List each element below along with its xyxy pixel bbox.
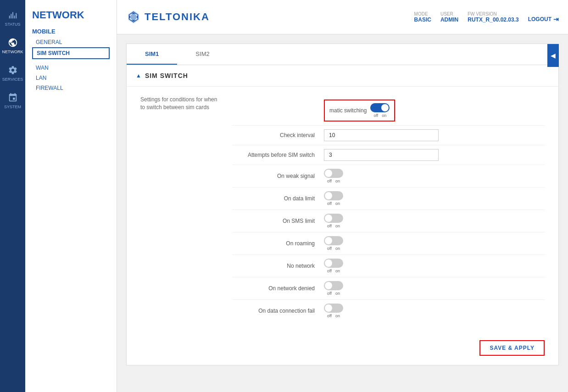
check-interval-label: Check interval — [232, 132, 324, 138]
auto-switching-text: matic switching — [329, 107, 367, 114]
data-conn-fail-row: On data connection fail off on — [232, 300, 545, 322]
weak-signal-knob — [325, 170, 332, 177]
check-interval-control — [324, 129, 545, 141]
left-panel: NETWORK MOBILE GENERAL SIM SWITCH WAN LA… — [25, 0, 117, 392]
sidebar-item-wan[interactable]: WAN — [32, 63, 110, 73]
main-area: TELTONIKA MODE BASIC USER ADMIN FW VERSI… — [117, 0, 568, 392]
roaming-row: On roaming off on — [232, 232, 545, 255]
left-panel-title: NETWORK — [32, 9, 110, 21]
section-header: ▲ SIM SWITCH — [127, 65, 558, 87]
roaming-toggle-wrapper: off on — [324, 236, 343, 251]
auto-switching-toggle-labels: off on — [373, 113, 386, 118]
attempts-row: Attempts before SIM switch — [232, 145, 545, 165]
sidebar-item-firewall[interactable]: FIREWALL — [32, 83, 110, 93]
sidebar-item-status[interactable]: STATUS — [0, 5, 25, 32]
sms-limit-label: On SMS limit — [232, 218, 324, 224]
auto-switching-knob — [381, 104, 389, 111]
section-collapse-icon[interactable]: ▲ — [136, 72, 141, 79]
form-description: Settings for conditions for when to swit… — [140, 96, 223, 111]
check-interval-input[interactable] — [324, 129, 439, 141]
data-limit-toggle-wrapper: off on — [324, 191, 343, 206]
data-conn-fail-control: off on — [324, 304, 545, 318]
data-conn-fail-toggle-labels: off on — [327, 314, 340, 318]
content-card: SIM1 SIM2 ◀ ▲ SIM SWITCH Settings for co… — [126, 44, 559, 365]
auto-switching-highlight: matic switching off on — [324, 99, 395, 121]
sms-limit-row: On SMS limit off on — [232, 210, 545, 232]
data-limit-toggle[interactable] — [324, 191, 343, 200]
network-denied-toggle[interactable] — [324, 281, 343, 290]
weak-signal-control: off on — [324, 169, 545, 183]
sidebar-item-general[interactable]: GENERAL — [32, 37, 110, 47]
topbar-fw: FW VERSION RUTX_R_00.02.03.3 — [468, 11, 518, 23]
attempts-input[interactable] — [324, 149, 439, 161]
network-denied-control: off on — [324, 281, 545, 296]
roaming-toggle[interactable] — [324, 236, 343, 245]
weak-signal-toggle-labels: off on — [327, 179, 340, 183]
data-conn-fail-label: On data connection fail — [232, 308, 324, 314]
data-limit-knob — [325, 192, 332, 199]
save-area: SAVE & APPLY — [127, 331, 558, 365]
roaming-label: On roaming — [232, 240, 324, 247]
data-conn-fail-knob — [325, 304, 332, 312]
sidebar-item-network[interactable]: NETWORK — [0, 32, 25, 60]
tab-collapse-button[interactable]: ◀ — [547, 44, 559, 67]
data-limit-toggle-labels: off on — [327, 201, 340, 206]
tab-sim2[interactable]: SIM2 — [177, 44, 228, 65]
sms-limit-toggle[interactable] — [324, 214, 343, 223]
tab-sim1[interactable]: SIM1 — [127, 44, 177, 65]
auto-switching-row: matic switching off on — [232, 96, 545, 126]
sms-limit-control: off on — [324, 214, 545, 228]
logout-icon: ⇥ — [553, 16, 559, 23]
sidebar-item-system[interactable]: SYSTEM — [0, 87, 25, 115]
sidebar-item-services[interactable]: SERVICES — [0, 60, 25, 87]
topbar-mode: MODE BASIC — [414, 11, 431, 23]
sidebar-item-sim-switch[interactable]: SIM SWITCH — [32, 47, 110, 59]
no-network-row: No network off on — [232, 255, 545, 277]
data-conn-fail-toggle[interactable] — [324, 304, 343, 313]
roaming-control: off on — [324, 236, 545, 251]
form-fields: matic switching off on — [232, 96, 545, 322]
save-apply-button[interactable]: SAVE & APPLY — [479, 340, 545, 356]
topbar: TELTONIKA MODE BASIC USER ADMIN FW VERSI… — [117, 0, 568, 34]
no-network-toggle[interactable] — [324, 259, 343, 268]
topbar-right: MODE BASIC USER ADMIN FW VERSION RUTX_R_… — [414, 11, 559, 23]
no-network-label: No network — [232, 263, 324, 269]
attempts-label: Attempts before SIM switch — [232, 152, 324, 158]
data-limit-control: off on — [324, 191, 545, 206]
form-content: Settings for conditions for when to swit… — [127, 87, 558, 331]
network-denied-row: On network denied off on — [232, 277, 545, 300]
auto-switching-toggle-wrapper: off on — [370, 103, 390, 118]
sms-limit-toggle-labels: off on — [327, 224, 340, 228]
weak-signal-toggle[interactable] — [324, 169, 343, 178]
weak-signal-toggle-wrapper: off on — [324, 169, 343, 183]
data-limit-label: On data limit — [232, 195, 324, 202]
network-denied-knob — [325, 282, 332, 289]
no-network-toggle-labels: off on — [327, 269, 340, 273]
no-network-knob — [325, 259, 332, 267]
topbar-user: USER ADMIN — [440, 11, 458, 23]
roaming-knob — [325, 237, 332, 244]
logo: TELTONIKA — [126, 10, 210, 24]
section-title: SIM SWITCH — [145, 72, 188, 79]
network-denied-toggle-labels: off on — [327, 291, 340, 296]
auto-switching-control: matic switching off on — [324, 99, 545, 121]
no-network-toggle-wrapper: off on — [324, 259, 343, 273]
attempts-control — [324, 149, 545, 161]
sms-limit-knob — [325, 215, 332, 222]
roaming-toggle-labels: off on — [327, 246, 340, 251]
data-limit-row: On data limit off on — [232, 188, 545, 210]
sms-limit-toggle-wrapper: off on — [324, 214, 343, 228]
auto-switching-toggle[interactable] — [370, 103, 390, 112]
sidebar: STATUS NETWORK SERVICES SYSTEM — [0, 0, 25, 392]
sidebar-item-lan[interactable]: LAN — [32, 73, 110, 83]
logout-button[interactable]: LOGOUT ⇥ — [528, 16, 559, 23]
content: SIM1 SIM2 ◀ ▲ SIM SWITCH Settings for co… — [117, 34, 568, 392]
weak-signal-label: On weak signal — [232, 173, 324, 179]
no-network-control: off on — [324, 259, 545, 273]
tabs: SIM1 SIM2 ◀ — [127, 44, 558, 65]
nav-group-mobile: MOBILE — [32, 28, 110, 35]
check-interval-row: Check interval — [232, 126, 545, 145]
weak-signal-row: On weak signal off on — [232, 165, 545, 188]
network-denied-label: On network denied — [232, 285, 324, 292]
network-denied-toggle-wrapper: off on — [324, 281, 343, 296]
